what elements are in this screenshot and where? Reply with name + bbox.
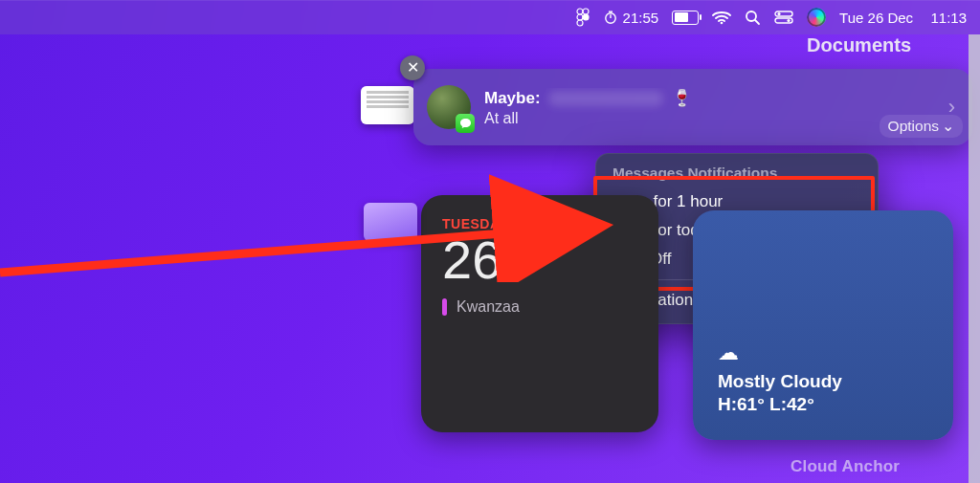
svg-point-4 — [577, 20, 583, 26]
notification-banner[interactable]: ✕ Maybe: 🍷 At all › Options ⌄ — [413, 69, 972, 145]
redacted-name — [548, 91, 663, 106]
calendar-widget[interactable]: TUESDAY 26 Kwanzaa — [421, 195, 658, 432]
calendar-event: Kwanzaa — [442, 298, 637, 316]
finder-window-title: Documents — [807, 34, 911, 56]
close-notification-button[interactable]: ✕ — [400, 55, 425, 80]
messages-icon — [459, 118, 472, 129]
options-label: Options — [888, 118, 939, 135]
notification-body: At all — [484, 110, 935, 127]
timer-label: 21:55 — [623, 10, 659, 26]
svg-point-6 — [721, 21, 724, 24]
menubar-clock: 11:13 — [930, 10, 967, 26]
window-edge — [969, 34, 980, 483]
cloud-anchor-label: Cloud Anchor — [791, 457, 900, 476]
date-time-menu-item[interactable]: Tue 26 Dec 11:13 — [839, 10, 967, 26]
siri-icon — [807, 8, 826, 27]
sender-avatar — [427, 85, 471, 129]
messages-app-badge — [456, 114, 475, 133]
chevron-down-icon: ⌄ — [942, 118, 954, 135]
desktop-stack-documents[interactable] — [361, 86, 414, 124]
notification-title: Maybe: 🍷 — [484, 88, 935, 108]
svg-point-3 — [583, 14, 589, 20]
search-icon — [745, 10, 761, 26]
menubar-date: Tue 26 Dec — [839, 10, 913, 26]
event-title: Kwanzaa — [457, 298, 520, 316]
svg-point-9 — [778, 12, 781, 15]
svg-point-2 — [577, 14, 583, 20]
desktop-stack-images[interactable] — [364, 203, 417, 241]
wifi-icon — [712, 11, 731, 25]
svg-point-11 — [788, 19, 791, 22]
notification-options-button[interactable]: Options ⌄ — [880, 115, 963, 138]
figma-icon[interactable] — [576, 8, 590, 27]
event-color-dot — [442, 298, 447, 316]
weather-widget[interactable]: ☁︎ Mostly Cloudy H:61° L:42° — [693, 210, 953, 440]
svg-point-1 — [583, 9, 589, 14]
calendar-day-number: 26 — [442, 233, 637, 287]
dropdown-header: Messages Notifications — [603, 161, 871, 187]
battery-menu-item[interactable] — [672, 11, 699, 25]
weather-condition: Mostly Cloudy — [718, 371, 928, 392]
timer-menu-item[interactable]: 21:55 — [603, 10, 659, 26]
document-thumbnail — [361, 86, 414, 124]
battery-icon — [672, 11, 699, 25]
cloud-icon: ☁︎ — [718, 340, 928, 365]
menubar: 21:55 Tue 26 Dec 11:13 — [0, 0, 980, 34]
weather-temperatures: H:61° L:42° — [718, 394, 928, 415]
spotlight-menu-item[interactable] — [745, 10, 761, 26]
title-emoji: 🍷 — [672, 89, 692, 107]
control-center-icon — [774, 11, 793, 24]
control-center-menu-item[interactable] — [774, 11, 793, 24]
wifi-menu-item[interactable] — [712, 11, 731, 25]
siri-menu-item[interactable] — [807, 8, 826, 27]
stopwatch-icon — [603, 10, 618, 25]
svg-point-0 — [577, 9, 583, 14]
